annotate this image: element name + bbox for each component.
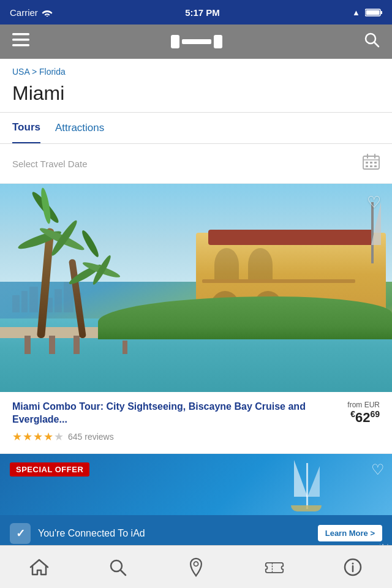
svg-line-8 [374, 42, 379, 47]
nav-info-button[interactable] [334, 549, 371, 586]
svg-rect-14 [370, 162, 372, 164]
tab-attractions-label: Attractions [55, 122, 104, 134]
app-logo [171, 35, 222, 48]
tour-price-section: from EUR €6269 [347, 401, 380, 426]
nav-search-button[interactable] [99, 549, 136, 586]
svg-rect-13 [366, 162, 368, 164]
dock-post-1 [24, 336, 31, 354]
bottom-nav [0, 545, 392, 588]
nav-location-button[interactable] [178, 549, 214, 586]
currency-symbol: € [350, 409, 355, 419]
ticket-icon [265, 557, 284, 577]
search-icon [108, 557, 127, 577]
tour-info: Miami Combo Tour: City Sightseeing, Bisc… [0, 392, 392, 454]
svg-point-21 [194, 562, 198, 566]
svg-rect-6 [12, 44, 29, 47]
special-offer-favorite-button[interactable]: ♡ [371, 461, 385, 478]
search-icon[interactable] [364, 32, 380, 51]
svg-rect-18 [374, 165, 377, 167]
palm-tree-1 [80, 258, 86, 338]
special-offer-image [282, 460, 343, 515]
date-selector[interactable]: Select Travel Date [0, 144, 392, 184]
tour-card: ♡ Miami Combo Tour: City Sightseeing, Bi… [0, 184, 392, 454]
special-offer-badge: SPECIAL OFFER [10, 462, 89, 477]
tour-title[interactable]: Miami Combo Tour: City Sightseeing, Bisc… [12, 401, 347, 426]
tour-price: €6269 [347, 409, 380, 426]
svg-rect-4 [12, 33, 29, 36]
location-icon [186, 557, 206, 577]
price-minor: 69 [370, 409, 380, 419]
calendar-icon[interactable] [363, 154, 380, 173]
svg-point-0 [46, 16, 48, 17]
nav-bar [0, 24, 392, 59]
tab-tours-label: Tours [12, 121, 40, 133]
info-icon [343, 557, 363, 577]
dock-post-3 [74, 336, 80, 354]
svg-rect-15 [374, 162, 377, 164]
dock-post-2 [49, 336, 55, 354]
review-count: 645 reviews [68, 432, 114, 442]
iad-checkbox-icon: ✓ [10, 523, 31, 544]
tabs-section: Tours Attractions [0, 113, 392, 144]
svg-rect-5 [12, 39, 29, 41]
date-selector-label: Select Travel Date [12, 159, 88, 169]
dock-post-4 [123, 341, 127, 354]
status-right: ▲ [352, 8, 382, 17]
svg-rect-2 [380, 11, 382, 14]
page-title: Miami [0, 80, 392, 112]
iad-learn-more-label: Learn More > [325, 529, 375, 538]
svg-rect-3 [366, 10, 379, 15]
tour-image: ♡ [0, 184, 392, 392]
battery-icon [365, 8, 382, 17]
menu-icon[interactable] [12, 33, 29, 50]
special-offer-card: SPECIAL OFFER ♡ [0, 454, 392, 515]
tab-attractions[interactable]: Attractions [55, 113, 104, 143]
svg-point-25 [352, 562, 354, 564]
breadcrumb[interactable]: USA > Florida [12, 67, 66, 77]
location-arrow-icon: ▲ [352, 8, 360, 17]
palm-tree-2 [37, 228, 45, 338]
status-bar: Carrier 5:17 PM ▲ [0, 0, 392, 24]
iad-learn-more-button[interactable]: Learn More > [318, 525, 382, 541]
svg-rect-16 [366, 165, 368, 167]
tab-tours[interactable]: Tours [12, 113, 40, 143]
status-carrier: Carrier [10, 7, 53, 18]
status-time: 5:17 PM [185, 7, 220, 18]
iad-text: You're Connected To iAd [38, 528, 311, 539]
svg-line-20 [121, 570, 126, 575]
home-icon [29, 557, 49, 577]
heart-icon: ♡ [367, 193, 381, 212]
tour-rating: ★★★★★ 645 reviews [12, 430, 347, 443]
tour-info-left: Miami Combo Tour: City Sightseeing, Bisc… [12, 401, 347, 443]
price-label: from EUR [347, 401, 380, 409]
favorite-button[interactable]: ♡ [363, 191, 385, 213]
price-major: 62 [355, 410, 370, 425]
nav-home-button[interactable] [21, 549, 58, 586]
star-rating: ★★★★★ [12, 430, 64, 443]
greenery [98, 296, 392, 339]
svg-rect-17 [370, 165, 372, 167]
nav-ticket-button[interactable] [256, 549, 293, 586]
wifi-icon [42, 8, 53, 17]
breadcrumb-section: USA > Florida [0, 59, 392, 80]
carrier-text: Carrier [10, 7, 38, 18]
